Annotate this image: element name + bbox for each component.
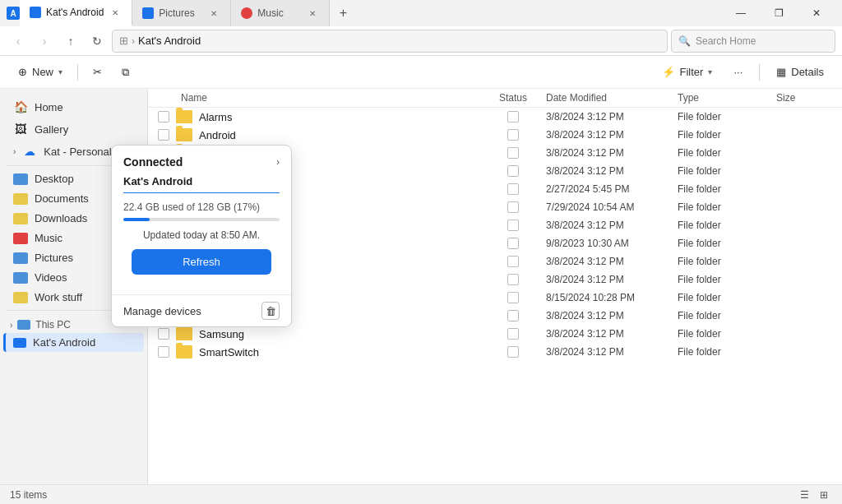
tab-close-music[interactable]: ✕ bbox=[306, 7, 319, 20]
sidebar-label-work-stuff: Work stuff bbox=[35, 291, 82, 303]
table-row[interactable]: Android 3/8/2024 3:12 PM File folder bbox=[148, 126, 842, 144]
folder-icon bbox=[176, 128, 192, 141]
file-date: 3/8/2024 3:12 PM bbox=[546, 111, 678, 123]
copy-button[interactable]: ⧉ bbox=[113, 62, 137, 82]
status-checkbox bbox=[507, 183, 519, 195]
popup-device-name: Kat's Android bbox=[123, 175, 280, 187]
popup-refresh-button[interactable]: Refresh bbox=[132, 249, 271, 275]
grid-view-button[interactable]: ⊞ bbox=[816, 487, 832, 503]
sidebar-label-home: Home bbox=[35, 101, 63, 113]
more-icon: ··· bbox=[733, 66, 743, 78]
toolbar-right: ⚡ Filter ▾ ··· ▦ Details bbox=[654, 62, 832, 81]
status-checkbox bbox=[507, 346, 519, 358]
copy-icon: ⧉ bbox=[122, 66, 129, 79]
popup-storage: 22.4 GB used of 128 GB (17%) bbox=[123, 201, 280, 213]
popup-chevron[interactable]: › bbox=[276, 156, 280, 168]
toolbar: ⊕ New ▾ ✂ ⧉ ⚡ Filter ▾ ··· ▦ Details bbox=[0, 56, 842, 89]
search-placeholder: Search Home bbox=[696, 35, 756, 47]
app-title: A bbox=[7, 7, 20, 20]
file-type: File folder bbox=[678, 111, 776, 123]
more-button[interactable]: ··· bbox=[725, 62, 751, 81]
sidebar-label-pictures: Pictures bbox=[35, 252, 73, 264]
device-popup: Connected › Kat's Android 22.4 GB used o… bbox=[111, 145, 292, 327]
filter-button[interactable]: ⚡ Filter ▾ bbox=[654, 62, 721, 81]
popup-divider bbox=[123, 192, 280, 193]
sidebar-label-thispc: This PC bbox=[35, 319, 71, 331]
file-date: 9/8/2023 10:30 AM bbox=[546, 238, 678, 249]
file-name: Android bbox=[199, 129, 236, 141]
tab-close-pictures[interactable]: ✕ bbox=[207, 7, 220, 20]
cut-icon: ✂ bbox=[93, 66, 102, 78]
tab-label-music: Music bbox=[257, 7, 283, 19]
tab-kats-android[interactable]: Kat's Android ✕ bbox=[20, 0, 132, 26]
popup-header: Connected › bbox=[112, 146, 291, 175]
breadcrumb[interactable]: ⊞ › Kat's Android bbox=[112, 30, 668, 53]
minimize-button[interactable]: — bbox=[722, 0, 760, 26]
manage-devices-icon[interactable]: 🗑 bbox=[261, 302, 280, 320]
details-label: Details bbox=[791, 66, 824, 78]
status-checkbox bbox=[507, 165, 519, 177]
sidebar-label-videos: Videos bbox=[35, 271, 67, 284]
item-count: 15 items bbox=[10, 489, 47, 501]
file-type: File folder bbox=[678, 238, 776, 249]
back-button: ‹ bbox=[7, 30, 30, 53]
details-button[interactable]: ▦ Details bbox=[768, 62, 832, 81]
search-bar[interactable]: 🔍 Search Home bbox=[671, 30, 835, 53]
toolbar-separator-2 bbox=[759, 64, 760, 81]
file-type: File folder bbox=[678, 129, 776, 141]
tab-pictures[interactable]: Pictures ✕ bbox=[132, 0, 231, 26]
sidebar-item-home[interactable]: 🏠 Home bbox=[3, 96, 144, 118]
tab-music[interactable]: Music ✕ bbox=[231, 0, 330, 26]
row-checkbox[interactable] bbox=[158, 129, 169, 141]
col-header-type[interactable]: Type bbox=[678, 92, 776, 104]
col-header-status[interactable]: Status bbox=[480, 92, 546, 104]
folder-icon bbox=[176, 345, 192, 358]
status-bar: 15 items ☰ ⊞ bbox=[0, 484, 842, 504]
close-button[interactable]: ✕ bbox=[798, 0, 835, 26]
maximize-button[interactable]: ❐ bbox=[760, 0, 798, 26]
row-checkbox[interactable] bbox=[158, 346, 169, 358]
file-type: File folder bbox=[678, 165, 776, 177]
storage-fill bbox=[123, 218, 150, 221]
svg-text:A: A bbox=[10, 9, 16, 18]
sidebar-item-gallery[interactable]: 🖼 Gallery bbox=[3, 118, 144, 140]
status-checkbox bbox=[507, 129, 519, 141]
table-row[interactable]: SmartSwitch 3/8/2024 3:12 PM File folder bbox=[148, 343, 842, 361]
desktop-icon bbox=[13, 173, 28, 185]
tab-icon-android bbox=[30, 7, 41, 18]
cut-button[interactable]: ✂ bbox=[85, 62, 110, 81]
search-icon: 🔍 bbox=[678, 35, 691, 47]
new-label: New bbox=[32, 66, 53, 78]
file-date: 3/8/2024 3:12 PM bbox=[546, 220, 678, 231]
sidebar-label-kat-personal: Kat - Personal bbox=[44, 146, 111, 158]
table-row[interactable]: Samsung 3/8/2024 3:12 PM File folder bbox=[148, 325, 842, 343]
file-type: File folder bbox=[678, 328, 776, 340]
table-row[interactable]: Alarms 3/8/2024 3:12 PM File folder bbox=[148, 108, 842, 126]
status-checkbox bbox=[507, 201, 519, 213]
file-date: 8/15/2024 10:28 PM bbox=[546, 292, 678, 303]
list-view-button[interactable]: ☰ bbox=[796, 487, 812, 503]
new-button[interactable]: ⊕ New ▾ bbox=[10, 62, 71, 81]
sidebar-item-kats-android[interactable]: Kat's Android bbox=[3, 333, 144, 352]
file-type: File folder bbox=[678, 201, 776, 213]
tab-add-button[interactable]: + bbox=[330, 0, 356, 26]
refresh-button[interactable]: ↻ bbox=[86, 30, 109, 53]
downloads-icon bbox=[13, 213, 28, 224]
thispc-icon bbox=[17, 320, 30, 330]
col-header-name[interactable]: Name bbox=[148, 92, 480, 104]
folder-icon bbox=[176, 110, 192, 123]
col-header-date[interactable]: Date Modified bbox=[546, 92, 678, 104]
filter-icon: ⚡ bbox=[662, 66, 675, 78]
new-icon: ⊕ bbox=[18, 66, 27, 78]
row-checkbox[interactable] bbox=[158, 111, 169, 123]
file-type: File folder bbox=[678, 346, 776, 358]
work-icon bbox=[13, 292, 28, 303]
tab-label-pictures: Pictures bbox=[159, 7, 194, 19]
tab-close-android[interactable]: ✕ bbox=[109, 6, 122, 19]
col-header-size[interactable]: Size bbox=[776, 92, 842, 104]
row-checkbox[interactable] bbox=[158, 328, 169, 340]
up-button[interactable]: ↑ bbox=[59, 30, 82, 53]
file-date: 3/8/2024 3:12 PM bbox=[546, 274, 678, 285]
file-type: File folder bbox=[678, 274, 776, 285]
manage-devices-label[interactable]: Manage devices bbox=[123, 305, 201, 317]
